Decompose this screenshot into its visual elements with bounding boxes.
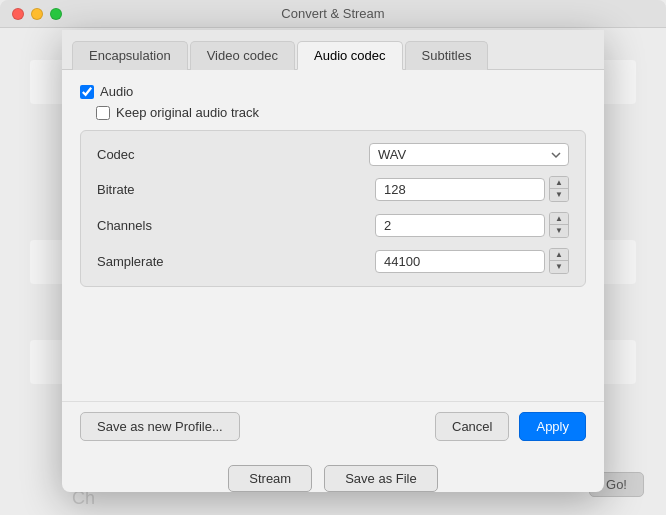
tab-encapsulation[interactable]: Encapsulation [72, 41, 188, 70]
bitrate-input[interactable] [375, 178, 545, 201]
samplerate-decrement[interactable]: ▼ [550, 261, 568, 273]
bitrate-label: Bitrate [97, 182, 197, 197]
stream-button[interactable]: Stream [228, 465, 312, 492]
codec-label: Codec [97, 147, 197, 162]
bitrate-increment[interactable]: ▲ [550, 177, 568, 189]
tab-audio-codec[interactable]: Audio codec [297, 41, 403, 70]
titlebar: Convert & Stream [0, 0, 666, 28]
window-controls [12, 8, 62, 20]
samplerate-stepper: ▲ ▼ [549, 248, 569, 274]
bitrate-stepper: ▲ ▼ [549, 176, 569, 202]
dialog-footer: Save as new Profile... Cancel Apply [62, 401, 604, 455]
channels-stepper: ▲ ▼ [549, 212, 569, 238]
channels-input[interactable] [375, 214, 545, 237]
codec-select[interactable]: WAV MP3 AAC FLAC OGG [369, 143, 569, 166]
save-profile-button[interactable]: Save as new Profile... [80, 412, 240, 441]
samplerate-row: Samplerate ▲ ▼ [97, 248, 569, 274]
audio-checkbox-row: Audio [80, 84, 586, 99]
cancel-button[interactable]: Cancel [435, 412, 509, 441]
maximize-button[interactable] [50, 8, 62, 20]
codec-control: WAV MP3 AAC FLAC OGG [369, 143, 569, 166]
footer-right-buttons: Cancel Apply [435, 412, 586, 441]
channels-row: Channels ▲ ▼ [97, 212, 569, 238]
tab-bar: Encapsulation Video codec Audio codec Su… [62, 30, 604, 70]
keep-original-checkbox[interactable] [96, 106, 110, 120]
save-as-file-button[interactable]: Save as File [324, 465, 438, 492]
bitrate-decrement[interactable]: ▼ [550, 189, 568, 201]
window-title: Convert & Stream [281, 6, 384, 21]
bottom-bar: Stream Save as File [62, 455, 604, 492]
samplerate-input[interactable] [375, 250, 545, 273]
bitrate-row: Bitrate ▲ ▼ [97, 176, 569, 202]
codec-row: Codec WAV MP3 AAC FLAC OGG [97, 143, 569, 166]
dialog-content: Audio Keep original audio track Codec WA… [62, 70, 604, 401]
channels-label: Channels [97, 218, 197, 233]
channels-increment[interactable]: ▲ [550, 213, 568, 225]
samplerate-control: ▲ ▼ [375, 248, 569, 274]
apply-button[interactable]: Apply [519, 412, 586, 441]
channels-decrement[interactable]: ▼ [550, 225, 568, 237]
samplerate-label: Samplerate [97, 254, 197, 269]
tab-video-codec[interactable]: Video codec [190, 41, 295, 70]
bitrate-control: ▲ ▼ [375, 176, 569, 202]
audio-label: Audio [100, 84, 133, 99]
content-spacer [80, 287, 586, 387]
minimize-button[interactable] [31, 8, 43, 20]
audio-checkbox[interactable] [80, 85, 94, 99]
audio-settings-panel: Codec WAV MP3 AAC FLAC OGG Bitrate [80, 130, 586, 287]
keep-original-label: Keep original audio track [116, 105, 259, 120]
channels-control: ▲ ▼ [375, 212, 569, 238]
keep-original-row: Keep original audio track [96, 105, 586, 120]
samplerate-increment[interactable]: ▲ [550, 249, 568, 261]
convert-stream-dialog: Encapsulation Video codec Audio codec Su… [62, 30, 604, 492]
tab-subtitles[interactable]: Subtitles [405, 41, 489, 70]
close-button[interactable] [12, 8, 24, 20]
